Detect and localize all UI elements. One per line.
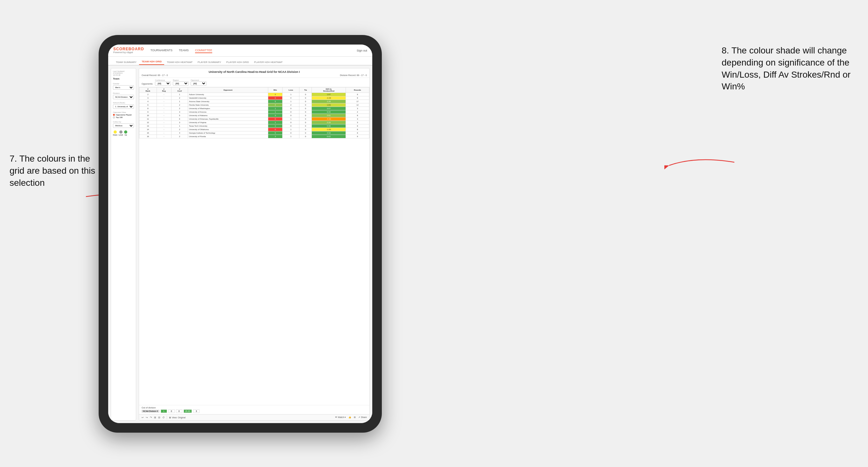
cell-diff: 2.33 (312, 121, 346, 124)
tablet-frame: SCOREBOARD Powered by clippd TOURNAMENTS… (99, 35, 382, 433)
cell-rounds: 9 (345, 135, 369, 138)
share-button[interactable]: ↗ Share (358, 416, 367, 418)
filter-row: Opponents: Conference (All) Region (All) (139, 78, 369, 87)
grid-icon[interactable]: ⊟ (158, 416, 160, 419)
forward-icon[interactable]: ↷ (150, 416, 152, 419)
cell-opponent: University of Arkansas, Fayetteville (188, 117, 268, 121)
legend-dot-level (119, 130, 123, 134)
radio-opponents-played[interactable]: Opponents Played (113, 114, 134, 116)
cell-rounds: 2 (345, 111, 369, 114)
clock-icon[interactable]: ⏱ (162, 416, 165, 419)
col-conf: #Conf (171, 88, 188, 93)
cell-diff: -1.00 (312, 128, 346, 131)
table-header-row: #Rank #Reg #Conf Opponent Win Loss Tie D… (140, 88, 369, 93)
cell-loss: 2 (283, 103, 300, 107)
filter-region: Region (All) (173, 79, 189, 86)
cell-opponent: Arizona State University (188, 100, 268, 103)
cell-tie: 0 (300, 93, 312, 96)
col-rounds: Rounds (345, 88, 369, 93)
nav-committee[interactable]: COMMITTEE (195, 48, 212, 53)
cell-loss: 1 (283, 93, 300, 96)
cell-loss: 1 (283, 128, 300, 131)
cell-rank: 8 (140, 107, 157, 111)
subnav-team-h2h-grid[interactable]: TEAM H2H GRID (139, 59, 164, 65)
undo-icon[interactable]: ↩ (142, 416, 144, 419)
legend-dot-up (124, 130, 127, 134)
cell-opponent: Auburn University (188, 93, 268, 96)
cell-conf: 6 (171, 117, 188, 121)
h2h-table: #Rank #Reg #Conf Opponent Win Loss Tie D… (139, 87, 369, 138)
cell-rounds: 17 (345, 100, 369, 103)
table-row: 6 - 2 Florida State University 4 2 0 1.8… (140, 103, 369, 107)
subnav-player-summary[interactable]: PLAYER SUMMARY (195, 60, 224, 65)
tablet-screen: SCOREBOARD Powered by clippd TOURNAMENTS… (108, 44, 372, 423)
cell-opponent: Georgia Institute of Technology (188, 131, 268, 135)
cell-win: 2 (268, 93, 282, 96)
app-nav: SCOREBOARD Powered by clippd TOURNAMENTS… (108, 44, 372, 57)
cell-opponent: Florida State University (188, 103, 268, 107)
school-select[interactable]: 1. University of Nort... (113, 104, 134, 109)
connect-button[interactable]: ⊞ (354, 416, 356, 418)
gender-select[interactable]: Men's (113, 85, 134, 90)
cell-rank: 6 (140, 103, 157, 107)
cell-tie: 0 (300, 124, 312, 128)
last-updated: Last Updated: 27/03/2024 16:55:38 (113, 70, 134, 76)
cell-reg: - (157, 135, 171, 138)
cell-loss: 0 (283, 107, 300, 111)
subnav-team-h2h-heatmap[interactable]: TEAM H2H HEATMAP (164, 60, 195, 65)
region-select[interactable]: (All) (173, 82, 189, 86)
colour-by-select[interactable]: Win/loss (113, 123, 134, 128)
cell-win: 4 (268, 103, 282, 107)
cell-loss: 0 (283, 114, 300, 117)
cell-conf: 4 (171, 131, 188, 135)
subnav-player-h2h-grid[interactable]: PLAYER H2H GRID (224, 60, 251, 65)
cell-reg: - (157, 114, 171, 117)
cell-tie: 0 (300, 96, 312, 100)
table-row: 9 - 3 University of Arizona 1 0 0 9.00 2 (140, 111, 369, 114)
cell-win: 1 (268, 107, 282, 111)
team-section: Team (113, 77, 134, 80)
cell-rounds: 12 (345, 103, 369, 107)
division-select[interactable]: NCAA Division I (113, 95, 134, 99)
conference-select[interactable]: (All) (155, 82, 171, 86)
nav-tournaments[interactable]: TOURNAMENTS (151, 48, 173, 53)
sign-out-button[interactable]: Sign out (357, 49, 367, 52)
filter-opponent: Opponent (All) (191, 79, 207, 86)
cell-diff: 5.56 (312, 124, 346, 128)
table-row: 10 - 5 University of Alabama 3 0 0 2.61 … (140, 114, 369, 117)
opponent-select[interactable]: (All) (191, 82, 207, 86)
cell-diff: 6.62 (312, 135, 346, 138)
cell-conf: 5 (171, 114, 188, 117)
out-win: 1 (161, 409, 167, 413)
camera-icon[interactable]: ⊞ (154, 416, 156, 419)
redo-icon[interactable]: ↪ (146, 416, 148, 419)
cell-tie: 0 (300, 103, 312, 107)
out-loss: 0 (168, 409, 175, 413)
cell-tie: 0 (300, 131, 312, 135)
cell-conf: 2 (171, 103, 188, 107)
subnav-player-h2h-heatmap[interactable]: PLAYER H2H HEATMAP (251, 60, 285, 65)
cell-reg: - (157, 124, 171, 128)
grid-panel: University of North Carolina Head-to-Hea… (139, 68, 370, 421)
watch-button[interactable]: 👁 Watch ▾ (335, 416, 346, 418)
cell-win: 0 (268, 96, 282, 100)
cell-rounds: 9 (345, 131, 369, 135)
cell-rank: 2 (140, 93, 157, 96)
radio-top100[interactable]: Top 100 (113, 117, 134, 118)
cell-opponent: University of Oklahoma (188, 128, 268, 131)
out-diff: 26.00 (184, 409, 192, 413)
col-reg: #Reg (157, 88, 171, 93)
cell-conf: 2 (171, 107, 188, 111)
cell-diff: -2.29 (312, 96, 346, 100)
table-row: 14 - 2 University of Oklahoma 0 1 0 -1.0… (140, 128, 369, 131)
annotation-right: 8. The colour shade will change dependin… (722, 44, 862, 93)
subnav-team-summary[interactable]: TEAM SUMMARY (113, 60, 139, 65)
left-panel: Last Updated: 27/03/2024 16:55:38 Team G… (111, 68, 136, 421)
nav-items: TOURNAMENTS TEAMS COMMITTEE (151, 48, 212, 53)
out-rounds: 3 (193, 409, 199, 413)
cell-tie: 0 (300, 135, 312, 138)
cell-reg: - (157, 107, 171, 111)
annotation-left: 7. The colours in the grid are based on … (9, 153, 99, 189)
like-button[interactable]: 👍 (348, 416, 351, 418)
nav-teams[interactable]: TEAMS (179, 48, 189, 53)
